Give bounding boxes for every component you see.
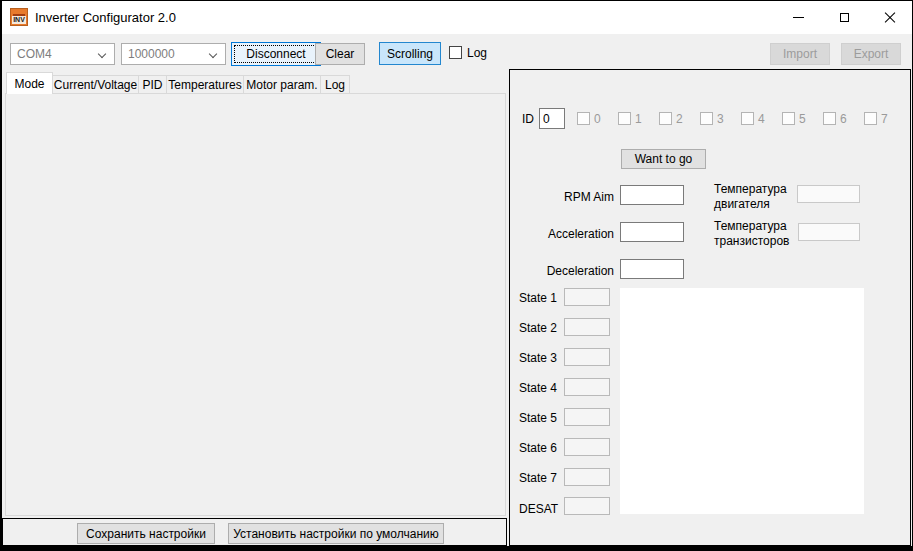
node-6-checkbox[interactable]	[823, 112, 836, 125]
deceleration-label: Deceleration	[514, 264, 614, 278]
clear-button[interactable]: Clear	[315, 43, 365, 65]
state-5-label: State 5	[519, 411, 557, 425]
node-3-checkbox[interactable]	[700, 112, 713, 125]
app-icon-label: INV	[12, 16, 26, 24]
rpm-aim-input[interactable]	[620, 185, 684, 205]
desat-label: DESAT	[519, 502, 558, 516]
transistor-temp-label-line1: Температура	[714, 219, 787, 233]
node-7-checkbox[interactable]	[864, 112, 877, 125]
state-1-label: State 1	[519, 291, 557, 305]
want-to-go-button[interactable]: Want to go	[621, 149, 706, 169]
id-input[interactable]	[539, 108, 565, 129]
state-2-value-box	[564, 318, 610, 336]
node-4-checkbox-label: 4	[758, 112, 765, 126]
chevron-down-icon	[98, 50, 106, 58]
state-1-value-box	[564, 288, 610, 306]
node-2-checkbox-label: 2	[676, 112, 683, 126]
log-checkbox-label: Log	[467, 46, 487, 60]
state-7-label: State 7	[519, 471, 557, 485]
acceleration-input[interactable]	[620, 222, 684, 242]
export-button[interactable]: Export	[841, 43, 901, 65]
state-6-value-box	[564, 438, 610, 456]
state-7-value-box	[564, 468, 610, 486]
state-5-value-box	[564, 408, 610, 426]
state-4-label: State 4	[519, 381, 557, 395]
tab-current-voltage[interactable]: Current/Voltage	[52, 75, 139, 94]
minimize-button[interactable]	[776, 1, 820, 34]
node-0-checkbox[interactable]	[577, 112, 590, 125]
baud-rate-value: 1000000	[128, 47, 175, 61]
acceleration-label: Acceleration	[514, 227, 614, 241]
disconnect-button[interactable]: Disconnect	[231, 42, 321, 66]
node-4-checkbox[interactable]	[741, 112, 754, 125]
motor-temp-value-box	[797, 185, 860, 203]
motor-temp-label-line1: Температура	[714, 182, 787, 196]
transistor-temp-value-box	[798, 223, 860, 241]
minimize-icon	[793, 17, 804, 18]
app-window: INV Inverter Configurator 2.0 COM4 10000…	[0, 0, 913, 551]
motor-temp-label-line2: двигателя	[714, 197, 770, 211]
state-3-label: State 3	[519, 351, 557, 365]
com-port-select[interactable]: COM4	[10, 43, 115, 65]
node-3-checkbox-label: 3	[717, 112, 724, 126]
maximize-button[interactable]	[822, 1, 866, 34]
tab-pid[interactable]: PID	[138, 75, 167, 94]
app-icon: INV	[10, 8, 28, 26]
node-5-checkbox-label: 5	[799, 112, 806, 126]
node-6-checkbox-label: 6	[840, 112, 847, 126]
chevron-down-icon	[209, 50, 217, 58]
com-port-value: COM4	[17, 47, 52, 61]
node-1-checkbox-label: 1	[635, 112, 642, 126]
window-title: Inverter Configurator 2.0	[35, 10, 176, 25]
tab-mode[interactable]: Mode	[6, 72, 53, 94]
close-button[interactable]	[868, 1, 912, 34]
mode-tab-page	[5, 93, 506, 516]
node-1-checkbox[interactable]	[618, 112, 631, 125]
import-button[interactable]: Import	[770, 43, 830, 65]
tab-motor-param[interactable]: Motor param.	[243, 75, 321, 94]
rpm-aim-label: RPM Aim	[514, 190, 614, 204]
save-settings-button[interactable]: Сохранить настройки	[77, 523, 215, 544]
maximize-icon	[840, 13, 849, 22]
state-2-label: State 2	[519, 321, 557, 335]
state-3-value-box	[564, 348, 610, 366]
transistor-temp-label-line2: транзисторов	[714, 234, 789, 248]
node-2-checkbox[interactable]	[659, 112, 672, 125]
log-checkbox[interactable]	[449, 46, 462, 59]
node-5-checkbox[interactable]	[782, 112, 795, 125]
state-4-value-box	[564, 378, 610, 396]
close-icon	[884, 12, 896, 24]
set-default-settings-button[interactable]: Установить настройки по умолчанию	[228, 523, 444, 544]
message-listbox[interactable]	[620, 288, 864, 514]
scrolling-toggle-button[interactable]: Scrolling	[379, 42, 441, 65]
deceleration-input[interactable]	[620, 259, 684, 279]
title-bar: INV Inverter Configurator 2.0	[2, 1, 912, 34]
id-label: ID	[522, 112, 534, 126]
node-7-checkbox-label: 7	[881, 112, 888, 126]
desat-value-box	[564, 497, 610, 515]
node-0-checkbox-label: 0	[594, 112, 601, 126]
tab-temperatures[interactable]: Temperatures	[166, 75, 244, 94]
state-6-label: State 6	[519, 441, 557, 455]
tab-log[interactable]: Log	[320, 75, 350, 94]
baud-rate-select[interactable]: 1000000	[121, 43, 226, 65]
